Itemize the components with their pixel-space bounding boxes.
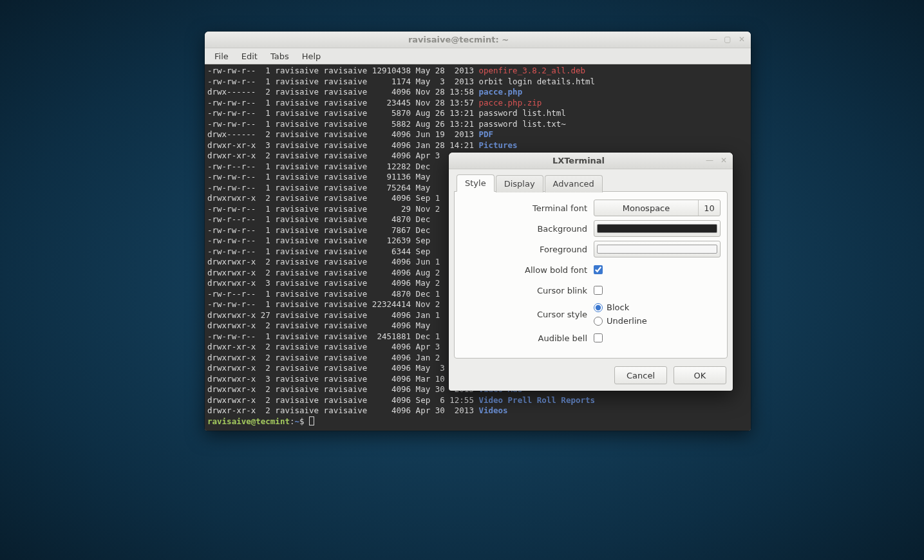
- background-color-button[interactable]: [594, 220, 721, 237]
- menu-help[interactable]: Help: [296, 50, 327, 63]
- label-terminal-font: Terminal font: [461, 203, 587, 213]
- checkbox-allow-bold[interactable]: [594, 265, 603, 274]
- radio-label-block: Block: [607, 303, 629, 312]
- close-icon[interactable]: ✕: [737, 35, 747, 45]
- close-icon[interactable]: ✕: [719, 156, 729, 166]
- background-color-swatch: [597, 224, 717, 233]
- menu-tabs[interactable]: Tabs: [265, 50, 295, 63]
- label-allow-bold: Allow bold font: [461, 265, 587, 275]
- minimize-icon[interactable]: —: [708, 35, 719, 45]
- tab-advanced[interactable]: Advanced: [545, 175, 603, 192]
- tab-pane-style: Terminal font Monospace 10 Background Fo…: [454, 191, 728, 359]
- terminal-titlebar[interactable]: ravisaive@tecmint: ~ — ▢ ✕: [205, 32, 751, 48]
- radio-label-underline: Underline: [607, 316, 647, 326]
- radio-cursor-block[interactable]: [594, 303, 603, 312]
- preferences-dialog[interactable]: LXTerminal — ✕ Style Display Advanced Te…: [449, 153, 733, 391]
- font-name-value: Monospace: [594, 203, 698, 213]
- terminal-title: ravisaive@tecmint: ~: [209, 35, 708, 44]
- tab-style[interactable]: Style: [457, 174, 495, 192]
- maximize-icon[interactable]: ▢: [722, 35, 733, 45]
- dialog-body: Style Display Advanced Terminal font Mon…: [449, 169, 733, 361]
- ok-button[interactable]: OK: [674, 366, 726, 384]
- label-audible-bell: Audible bell: [461, 333, 587, 343]
- checkbox-audible-bell[interactable]: [594, 333, 603, 342]
- dialog-footer: Cancel OK: [449, 361, 733, 391]
- dialog-titlebar[interactable]: LXTerminal — ✕: [449, 153, 733, 169]
- dialog-title: LXTerminal: [453, 156, 704, 165]
- menu-file[interactable]: File: [209, 50, 234, 63]
- label-cursor-blink: Cursor blink: [461, 286, 587, 295]
- cancel-button[interactable]: Cancel: [614, 366, 667, 384]
- checkbox-cursor-blink[interactable]: [594, 286, 603, 295]
- label-foreground: Foreground: [461, 245, 587, 254]
- foreground-color-swatch: [597, 245, 717, 254]
- font-chooser-button[interactable]: Monospace 10: [594, 200, 721, 216]
- tab-display[interactable]: Display: [496, 175, 543, 192]
- font-size-value: 10: [698, 200, 720, 216]
- menu-edit[interactable]: Edit: [236, 50, 263, 63]
- label-background: Background: [461, 224, 587, 234]
- foreground-color-button[interactable]: [594, 241, 721, 257]
- radio-cursor-underline[interactable]: [594, 317, 603, 326]
- minimize-icon[interactable]: —: [704, 156, 715, 166]
- terminal-menubar: File Edit Tabs Help: [205, 48, 751, 64]
- label-cursor-style: Cursor style: [461, 310, 587, 319]
